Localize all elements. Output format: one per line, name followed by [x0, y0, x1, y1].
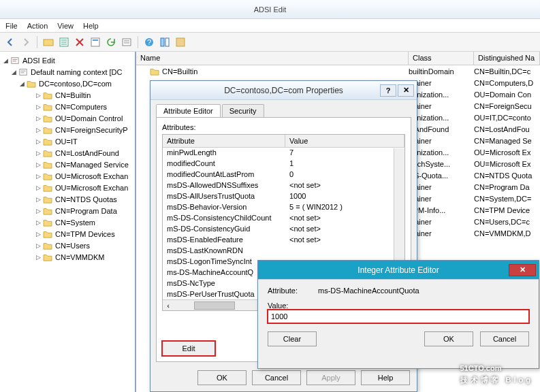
window-title: ADSI Edit — [254, 5, 287, 14]
dialog-titlebar: DC=contoso,DC=com Properties ? ✕ — [150, 81, 417, 100]
tree-root-label: ADSI Edit — [22, 56, 55, 65]
attribute-row[interactable]: modifiedCount1 — [163, 159, 404, 169]
svg-rect-9 — [176, 38, 185, 46]
attribute-name: ms-DS-MachineAccountQuota — [318, 287, 419, 295]
tree-pane: ◢ ADSI Edit ◢ Default naming context [DC… — [0, 52, 136, 392]
svg-rect-11 — [20, 69, 27, 75]
tree-item[interactable]: ▷CN=VMMDKM — [0, 251, 135, 263]
tab-security[interactable]: Security — [222, 104, 264, 117]
tree-item[interactable]: ▷CN=System — [0, 216, 135, 228]
properties-icon[interactable] — [57, 35, 71, 49]
forward-icon — [19, 35, 33, 49]
menubar: File Action View Help — [0, 19, 540, 33]
separator — [138, 36, 138, 48]
attribute-row[interactable]: msDS-LastKnownRDN — [163, 246, 404, 257]
tree-item[interactable]: ▷CN=Builtin — [0, 89, 135, 101]
attr-col-value[interactable]: Value — [285, 135, 404, 147]
tree-item[interactable]: ▷CN=Computers — [0, 101, 135, 112]
svg-text:?: ? — [147, 38, 151, 46]
separator — [37, 36, 37, 48]
back-icon[interactable] — [3, 35, 17, 49]
tab-attribute-editor[interactable]: Attribute Editor — [156, 104, 221, 117]
view1-icon[interactable] — [158, 35, 172, 49]
tree-item[interactable]: ▷CN=NTDS Quotas — [0, 193, 135, 205]
svg-rect-10 — [12, 57, 18, 63]
attribute-row[interactable]: msDS-Behavior-Version5 = ( WIN2012 ) — [163, 202, 404, 213]
svg-rect-7 — [161, 38, 164, 46]
tree-item[interactable]: ▷OU=Microsoft Exchan — [0, 182, 135, 193]
menu-file[interactable]: File — [5, 22, 18, 30]
clear-button[interactable]: Clear — [268, 331, 317, 346]
window-titlebar: ADSI Edit — [0, 0, 540, 19]
tree-item[interactable]: ▷CN=Users — [0, 240, 135, 251]
svg-rect-8 — [165, 38, 169, 46]
attribute-row[interactable]: msDS-AllUsersTrustQuota1000 — [163, 191, 404, 202]
refresh-icon[interactable] — [104, 35, 118, 49]
properties2-icon[interactable] — [89, 35, 102, 49]
close-icon[interactable]: ✕ — [509, 264, 536, 276]
attribute-row[interactable]: mS-DS-ConsistencyChildCount<not set> — [163, 213, 404, 224]
tree-item[interactable]: ▷OU=Microsoft Exchan — [0, 170, 135, 182]
col-dn[interactable]: Distinguished Na — [474, 52, 540, 65]
attribute-row[interactable]: mS-DS-ConsistencyGuid<not set> — [163, 224, 404, 235]
dialog-title: DC=contoso,DC=com Properties — [224, 86, 343, 95]
tree-item[interactable]: ▷CN=Managed Service — [0, 159, 135, 170]
list-row[interactable]: CN=BuiltinbuiltinDomainCN=Builtin,DC=c — [136, 65, 540, 77]
value-label: Value: — [268, 301, 529, 310]
menu-action[interactable]: Action — [27, 22, 48, 30]
col-class[interactable]: Class — [409, 52, 474, 65]
folder-icon[interactable] — [42, 35, 55, 49]
delete-icon[interactable] — [73, 35, 86, 49]
menu-help[interactable]: Help — [83, 22, 99, 30]
tree-context-label: Default naming context [DC — [31, 68, 123, 76]
cancel-button[interactable]: Cancel — [480, 331, 529, 346]
ok-button[interactable]: OK — [197, 370, 247, 385]
tree-item[interactable]: ▷CN=ForeignSecurityP — [0, 124, 135, 135]
attribute-row[interactable]: minPwdLength7 — [163, 148, 404, 159]
tree-item[interactable]: ▷CN=Program Data — [0, 205, 135, 216]
list-header: Name Class Distinguished Na — [136, 52, 540, 65]
col-name[interactable]: Name — [136, 52, 409, 65]
attr-col-attribute[interactable]: Attribute — [163, 135, 285, 147]
help-icon[interactable]: ? — [142, 35, 156, 49]
tree-item[interactable]: ▷OU=Domain Control — [0, 112, 135, 124]
attributes-label: Attributes: — [162, 123, 405, 131]
ok-button[interactable]: OK — [424, 331, 473, 346]
tree-dc[interactable]: ◢ DC=contoso,DC=com — [0, 78, 135, 89]
close-icon[interactable]: ✕ — [398, 84, 414, 97]
dialog-titlebar: Integer Attribute Editor ✕ — [258, 261, 539, 280]
svg-rect-2 — [91, 38, 99, 46]
attribute-row[interactable]: modifiedCountAtLastProm0 — [163, 169, 404, 180]
toolbar: ? — [0, 33, 540, 52]
apply-button: Apply — [306, 370, 355, 385]
attribute-label: Attribute: — [268, 287, 298, 295]
menu-view[interactable]: View — [57, 22, 74, 30]
tree-item[interactable]: ▷CN=TPM Devices — [0, 228, 135, 240]
cancel-button[interactable]: Cancel — [252, 370, 301, 385]
help-button[interactable]: Help — [361, 370, 410, 385]
tree-root[interactable]: ◢ ADSI Edit — [0, 54, 135, 66]
help-button[interactable]: ? — [380, 84, 396, 97]
tree-dc-label: DC=contoso,DC=com — [39, 80, 112, 88]
attribute-row[interactable]: msDS-EnabledFeature<not set> — [163, 235, 404, 246]
tree-context[interactable]: ◢ Default naming context [DC — [0, 66, 135, 78]
tree-item[interactable]: ▷CN=LostAndFound — [0, 147, 135, 159]
dialog-title: Integer Attribute Editor — [358, 265, 439, 275]
edit-button[interactable]: Edit — [162, 341, 215, 356]
export-icon[interactable] — [120, 35, 133, 49]
value-input[interactable] — [268, 310, 529, 323]
integer-editor-dialog: Integer Attribute Editor ✕ Attribute: ms… — [257, 260, 539, 369]
view2-icon[interactable] — [174, 35, 187, 49]
attribute-row[interactable]: msDS-AllowedDNSSuffixes<not set> — [163, 180, 404, 191]
svg-rect-3 — [93, 39, 98, 41]
svg-rect-4 — [123, 39, 131, 46]
tree-item[interactable]: ▷OU=IT — [0, 135, 135, 147]
svg-rect-0 — [44, 39, 53, 46]
